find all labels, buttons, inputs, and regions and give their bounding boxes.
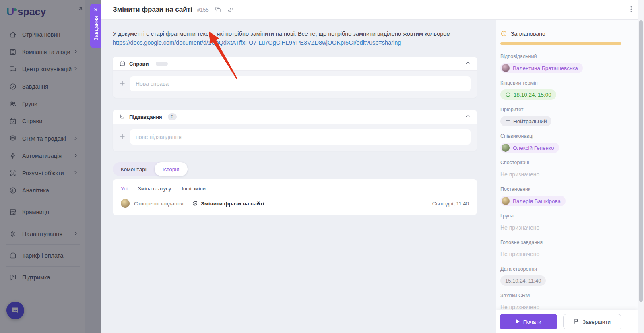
clock-icon: [505, 92, 511, 97]
user-chip[interactable]: Валентина Браташевська: [500, 63, 583, 73]
date-chip: 15.10.24, 11:40: [500, 275, 546, 286]
plus-icon: [119, 133, 126, 141]
avatar: [502, 144, 510, 152]
empty-value[interactable]: Не призначено: [500, 304, 539, 310]
task-created-icon: [192, 201, 198, 207]
history-card: УсіЗміна статусуІнші зміни Створено завд…: [113, 179, 477, 215]
status-clock-icon: [500, 30, 507, 37]
link-icon[interactable]: [227, 6, 234, 13]
equals-icon: [505, 119, 510, 124]
detail-field: Пріоритет Нейтральний: [500, 107, 621, 126]
history-filter[interactable]: Інші зміни: [182, 186, 206, 192]
field-label: Спостерігачі: [500, 160, 621, 165]
deadline-chip[interactable]: 18.10.24, 15:00: [500, 89, 556, 100]
field-value: Не призначено: [500, 222, 621, 233]
subtasks-section: Підзавдання 0: [113, 110, 477, 151]
history-filter[interactable]: Зміна статусу: [138, 186, 171, 192]
new-subtask-input[interactable]: [130, 129, 471, 145]
field-value: Не призначено: [500, 249, 621, 259]
field-label: Кінцевий термін: [500, 80, 621, 86]
history-entry: Створено завдання: Змінити фрази на сайт…: [121, 199, 469, 208]
status-row[interactable]: Заплановано: [500, 30, 621, 37]
field-label: Пріоритет: [500, 107, 621, 112]
detail-field: Постановник Валерія Башкірова: [500, 186, 621, 206]
drawer-tab-label: Завдання: [93, 16, 99, 41]
tab-comments[interactable]: Коментарі: [113, 162, 155, 176]
history-action: Створено завдання:: [134, 201, 185, 207]
details-fields: Відповідальний Валентина Браташевська Кі…: [500, 54, 621, 312]
status-progress-bar: [500, 42, 621, 45]
flag-icon: [574, 318, 579, 325]
description-link[interactable]: https://docs.google.com/document/d/1CnQd…: [113, 39, 401, 46]
field-value: Не призначено: [500, 169, 621, 180]
subtask-icon: [119, 114, 126, 120]
history-task-link[interactable]: Змінити фрази на сайті: [201, 201, 264, 207]
scrollbar-thumb[interactable]: [639, 20, 643, 302]
field-label: Група: [500, 213, 621, 219]
section-title: Справи: [129, 61, 149, 67]
field-label: Дата створення: [500, 266, 621, 272]
window-scrollbar[interactable]: [638, 0, 644, 333]
detail-field: Група Не призначено: [500, 213, 621, 233]
finish-button[interactable]: Завершити: [563, 314, 622, 329]
history-timestamp: Сьогодні, 11:40: [432, 201, 469, 207]
loading-skeleton: [156, 62, 168, 66]
empty-value[interactable]: Не призначено: [500, 251, 539, 257]
detail-field: Відповідальний Валентина Браташевська: [500, 54, 621, 73]
detail-field: Зв'язки CRM Не призначено: [500, 293, 621, 312]
field-label: Відповідальний: [500, 54, 621, 59]
detail-field: Головне завдання Не призначено: [500, 240, 621, 259]
app-window: U spacy Стрічка новин Компанія та люди: [0, 0, 644, 333]
status-badge: Заплановано: [511, 31, 545, 37]
tab-history[interactable]: Історія: [155, 162, 188, 176]
modal-dim-overlay[interactable]: [0, 0, 101, 333]
description-text: У документі є старі фрагменти тексут, як…: [113, 29, 477, 38]
history-filters: УсіЗміна статусуІнші зміни: [121, 186, 469, 192]
avatar: [121, 199, 130, 208]
task-panel: Змінити фрази на сайті #155 У документі …: [101, 0, 644, 333]
empty-value[interactable]: Не призначено: [500, 224, 539, 231]
field-value: Нейтральний: [500, 116, 621, 126]
avatar: [502, 64, 510, 72]
chevron-up-icon[interactable]: [465, 114, 471, 120]
todos-section-header[interactable]: Справи: [113, 57, 477, 71]
field-value: 18.10.24, 15:00: [500, 89, 621, 100]
new-todo-input[interactable]: [130, 76, 471, 91]
details-panel: Заплановано Відповідальний Валентина Бра…: [496, 20, 638, 333]
subtask-count-badge: 0: [168, 113, 177, 120]
history-filter[interactable]: Усі: [121, 186, 128, 192]
task-description: У документі є старі фрагменти тексут, як…: [113, 29, 477, 47]
field-label: Постановник: [500, 186, 621, 192]
start-button[interactable]: Почати: [500, 314, 557, 329]
detail-field: Дата створення 15.10.24, 11:40: [500, 266, 621, 286]
subtasks-section-header[interactable]: Підзавдання 0: [113, 110, 477, 124]
task-content: У документі є старі фрагменти тексут, як…: [101, 20, 496, 333]
priority-chip[interactable]: Нейтральний: [500, 116, 551, 126]
close-icon[interactable]: ✕: [94, 7, 98, 12]
copy-icon[interactable]: [215, 6, 221, 13]
play-icon: [516, 319, 520, 325]
detail-field: Співвиконавці Олексій Гепенко: [500, 133, 621, 153]
section-title: Підзавдання: [129, 114, 162, 120]
field-label: Головне завдання: [500, 240, 621, 245]
page-title: Змінити фрази на сайті: [113, 6, 192, 14]
comments-history-tabs: Коментарі Історія: [113, 162, 188, 176]
user-chip[interactable]: Валерія Башкірова: [500, 196, 566, 206]
chevron-up-icon[interactable]: [465, 60, 471, 67]
plus-icon: [119, 80, 126, 88]
task-header: Змінити фрази на сайті #155: [101, 0, 644, 20]
todos-section: Справи: [113, 57, 477, 98]
field-value: Валентина Браташевська: [500, 63, 621, 73]
tab-tasks-drawer[interactable]: ✕ Завдання: [90, 4, 101, 48]
user-chip[interactable]: Олексій Гепенко: [500, 143, 559, 153]
field-value: Олексій Гепенко: [500, 143, 621, 153]
task-id: #155: [197, 7, 209, 13]
field-label: Зв'язки CRM: [500, 293, 621, 298]
detail-field: Спостерігачі Не призначено: [500, 160, 621, 180]
detail-field: Кінцевий термін 18.10.24, 15:00: [500, 80, 621, 100]
more-menu-icon[interactable]: [628, 5, 634, 14]
empty-value[interactable]: Не призначено: [500, 171, 539, 178]
field-value: Валерія Башкірова: [500, 196, 621, 206]
field-value: 15.10.24, 11:40: [500, 275, 621, 286]
avatar: [502, 197, 510, 205]
